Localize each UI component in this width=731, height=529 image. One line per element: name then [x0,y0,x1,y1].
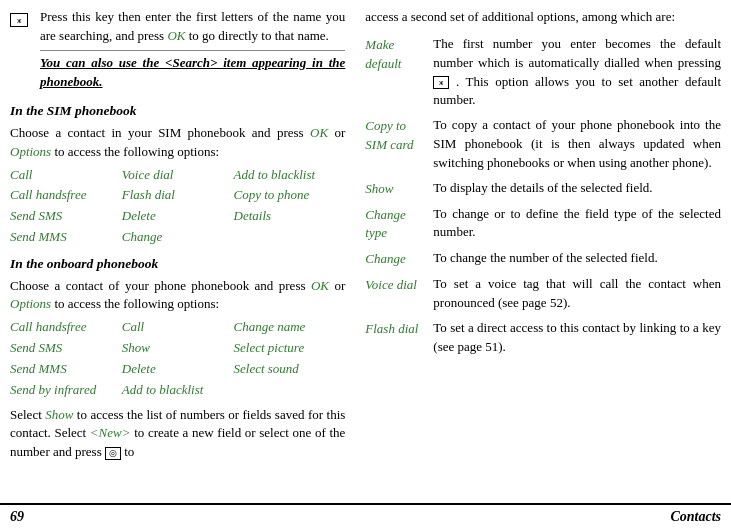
sim-opt-11: Change [122,227,234,248]
intro-ok-link[interactable]: OK [167,28,185,43]
onboard-body2: to access the following options: [54,296,219,311]
sim-opt-1: Call [10,165,122,186]
on-opt-5: Show [122,338,234,359]
bottom-text4: to [124,444,134,459]
def-term-flash-dial: Flash dial [365,319,433,357]
def-body-change-type: To change or to define the field type of… [433,205,721,244]
sim-opt-7: Send SMS [10,206,122,227]
on-opt-11: Add to blacklist [122,380,234,401]
on-opt-6: Select picture [234,338,346,359]
intro-text2: to go directly to that name. [189,28,329,43]
on-opt-2: Call [122,317,234,338]
onboard-phonebook-heading: In the onboard phonebook [10,254,345,274]
sim-opt-5: Flash dial [122,185,234,206]
def-term-make-default: Makedefault [365,35,433,110]
onboard-body1: Choose a contact of your phone phonebook… [10,278,306,293]
onboard-options[interactable]: Options [10,296,51,311]
sim-opt-8: Delete [122,206,234,227]
def-body-voice-dial: To set a voice tag that will call the co… [433,275,721,313]
sim-opt-3: Add to blacklist [234,165,346,186]
sim-opt-4: Call handsfree [10,185,122,206]
sim-body2: to access the following options: [54,144,219,159]
def-term-voice-dial: Voice dial [365,275,433,313]
onboard-phonebook-body: Choose a contact of your phone phonebook… [10,277,345,315]
def-change-type: Changetype To change or to define the fi… [365,205,721,244]
section-name: Contacts [670,509,721,525]
sim-body1: Choose a contact in your SIM phonebook a… [10,125,304,140]
on-opt-9: Select sound [234,359,346,380]
bottom-icon: ◎ [105,447,121,460]
right-column: access a second set of additional option… [355,8,721,495]
sim-or: or [334,125,345,140]
def-show: Show To display the details of the selec… [365,179,721,199]
def-body-copy-sim: To copy a contact of your phone phoneboo… [433,116,721,173]
intro-block: ⁎ Press this key then enter the first le… [10,8,345,95]
def-copy-sim: Copy toSIM card To copy a contact of you… [365,116,721,173]
def-term-show: Show [365,179,433,199]
intro-text: Press this key then enter the first lett… [40,8,345,95]
key-icon: ⁎ [10,13,28,27]
sim-options[interactable]: Options [10,144,51,159]
onboard-options-grid: Call handsfree Call Change name Send SMS… [10,317,345,400]
page: ⁎ Press this key then enter the first le… [0,0,731,529]
on-opt-8: Delete [122,359,234,380]
sim-opt-9: Details [234,206,346,227]
def-change: Change To change the number of the selec… [365,249,721,269]
on-opt-4: Send SMS [10,338,122,359]
onboard-or: or [334,278,345,293]
right-intro: access a second set of additional option… [365,8,721,27]
page-number: 69 [10,509,24,525]
on-opt-12 [234,380,346,401]
def-term-copy-sim: Copy toSIM card [365,116,433,173]
sim-opt-2: Voice dial [122,165,234,186]
sim-options-grid: Call Voice dial Add to blacklist Call ha… [10,165,345,248]
def-body-flash-dial: To set a direct access to this contact b… [433,319,721,357]
sim-phonebook-heading: In the SIM phonebook [10,101,345,121]
sim-phonebook-body: Choose a contact in your SIM phonebook a… [10,124,345,162]
bottom-show-link[interactable]: Show [45,407,73,422]
def-term-change-type: Changetype [365,205,433,244]
bottom-new-link[interactable]: <New> [90,425,131,440]
def-voice-dial: Voice dial To set a voice tag that will … [365,275,721,313]
key-icon-area: ⁎ [10,8,40,95]
def-flash-dial: Flash dial To set a direct access to thi… [365,319,721,357]
def-body-change: To change the number of the selected fie… [433,249,721,269]
onboard-ok[interactable]: OK [311,278,329,293]
content-area: ⁎ Press this key then enter the first le… [0,0,731,503]
def-term-change: Change [365,249,433,269]
left-column: ⁎ Press this key then enter the first le… [10,8,355,495]
footer: 69 Contacts [0,503,731,529]
def-body-make-default: The first number you enter becomes the d… [433,35,721,110]
on-opt-3: Change name [234,317,346,338]
def-body-show: To display the details of the selected f… [433,179,721,199]
on-opt-1: Call handsfree [10,317,122,338]
def-icon-make-default: ⁎ [433,76,449,89]
on-opt-7: Send MMS [10,359,122,380]
sim-ok[interactable]: OK [310,125,328,140]
bottom-text1: Select [10,407,45,422]
def-make-default: Makedefault The first number you enter b… [365,35,721,110]
sim-opt-6: Copy to phone [234,185,346,206]
on-opt-10: Send by infrared [10,380,122,401]
highlighted-text: You can also use the <Search> item appea… [40,50,345,92]
bottom-text: Select Show to access the list of number… [10,406,345,463]
sim-opt-10: Send MMS [10,227,122,248]
sim-opt-12 [234,227,346,248]
